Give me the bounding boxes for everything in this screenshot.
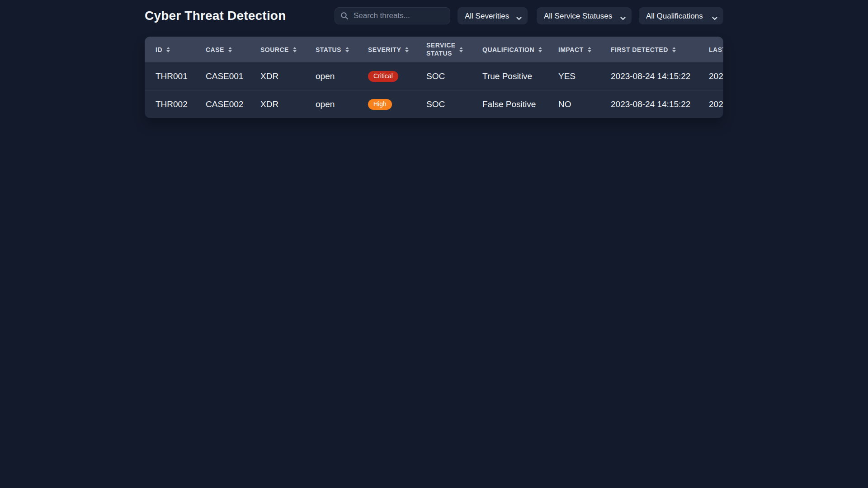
column-header-id[interactable]: ID <box>145 37 195 62</box>
sort-icon <box>228 47 232 52</box>
topbar: Cyber Threat Detection All Severities <box>145 7 723 25</box>
column-header-qualification[interactable]: QUALIFICATION <box>472 37 547 62</box>
qualification-filter-select[interactable]: All Qualifications <box>639 7 723 24</box>
column-header-impact[interactable]: IMPACT <box>547 37 600 62</box>
search-input[interactable] <box>353 11 444 21</box>
cell-status: open <box>305 90 357 118</box>
sort-icon <box>672 47 676 52</box>
table-header-row: ID CASE SOURCE STATUS SEVERITY SERVICE S… <box>145 37 723 62</box>
cell-first-detected: 2023-08-24 14:15:22 <box>600 62 698 90</box>
cell-status: open <box>305 62 357 90</box>
cell-service-status: SOC <box>415 62 472 90</box>
column-header-status[interactable]: STATUS <box>305 37 357 62</box>
search-box[interactable] <box>335 7 450 24</box>
service-status-filter-select[interactable]: All Service Statuses <box>537 7 632 24</box>
service-status-filter: All Service Statuses <box>537 7 632 24</box>
cell-id: THR002 <box>145 90 195 118</box>
severity-filter-select[interactable]: All Severities <box>458 7 528 24</box>
main-container: Cyber Threat Detection All Severities <box>145 0 723 118</box>
column-header-first-detected[interactable]: FIRST DETECTED <box>600 37 698 62</box>
cell-source: XDR <box>250 90 305 118</box>
cell-impact: YES <box>547 62 600 90</box>
column-header-severity[interactable]: SEVERITY <box>357 37 415 62</box>
cell-last-clipped: 202 <box>698 62 723 90</box>
cell-severity: High <box>357 90 415 118</box>
cell-case: CASE001 <box>195 62 250 90</box>
column-header-case[interactable]: CASE <box>195 37 250 62</box>
sort-icon <box>538 47 542 52</box>
threats-table: ID CASE SOURCE STATUS SEVERITY SERVICE S… <box>145 37 723 118</box>
sort-icon <box>166 47 170 52</box>
qualification-filter: All Qualifications <box>639 7 723 24</box>
cell-qualification: True Positive <box>472 62 547 90</box>
cell-source: XDR <box>250 62 305 90</box>
filter-toolbar: All Severities All Service Statuses <box>335 7 723 24</box>
sort-icon <box>405 47 409 52</box>
severity-badge: High <box>368 99 392 110</box>
column-header-source[interactable]: SOURCE <box>250 37 305 62</box>
cell-id: THR001 <box>145 62 195 90</box>
table-row[interactable]: THR002 CASE002 XDR open High SOC False P… <box>145 90 723 118</box>
sort-icon <box>588 47 591 52</box>
column-header-last-clipped[interactable]: LAST <box>698 37 723 62</box>
sort-icon <box>293 47 297 52</box>
severity-badge: Critical <box>368 71 398 82</box>
column-header-service-status[interactable]: SERVICE STATUS <box>415 37 472 62</box>
page-title: Cyber Threat Detection <box>145 9 286 23</box>
cell-first-detected: 2023-08-24 14:15:22 <box>600 90 698 118</box>
cell-qualification: False Positive <box>472 90 547 118</box>
sort-icon <box>345 47 349 52</box>
sort-icon <box>459 47 463 52</box>
cell-last-clipped: 202 <box>698 90 723 118</box>
table-row[interactable]: THR001 CASE001 XDR open Critical SOC Tru… <box>145 62 723 90</box>
cell-severity: Critical <box>357 62 415 90</box>
search-icon <box>340 12 349 20</box>
severity-filter: All Severities <box>458 7 528 24</box>
cell-service-status: SOC <box>415 90 472 118</box>
cell-impact: NO <box>547 90 600 118</box>
cell-case: CASE002 <box>195 90 250 118</box>
